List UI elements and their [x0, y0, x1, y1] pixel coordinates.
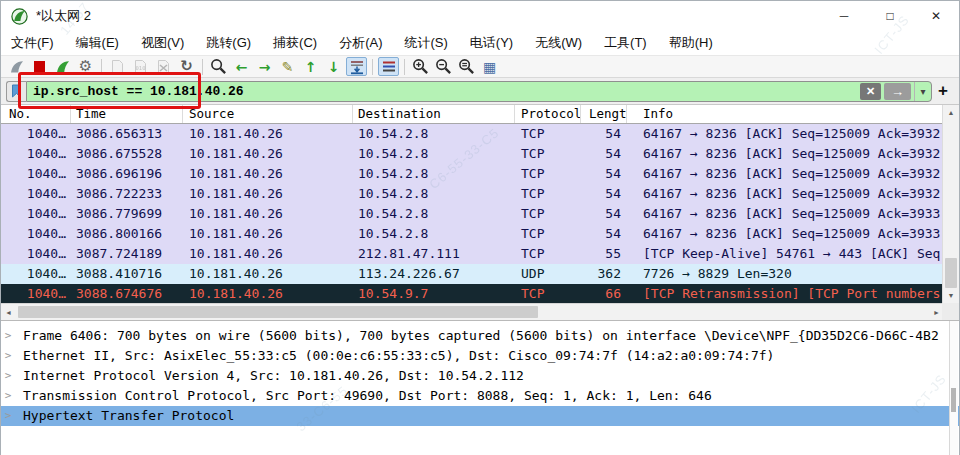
go-first-packet-button[interactable]: ↑ [300, 57, 321, 76]
column-header-length[interactable]: Length [581, 105, 627, 123]
display-filter-input[interactable]: ip.src_host == 10.181.40.26 ✕ → ▾ [26, 81, 932, 102]
menu-go[interactable]: 跳转(G) [206, 34, 251, 52]
expand-chevron-icon[interactable]: > [1, 366, 15, 386]
cell-length: 66 [581, 284, 627, 303]
cell-protocol: TCP [515, 204, 581, 224]
go-to-packet-button[interactable]: ✎ [277, 57, 298, 76]
menu-statistics[interactable]: 统计(S) [404, 34, 447, 52]
cell-info: [TCP Keep-Alive] 54761 → 443 [ACK] Seq [627, 244, 944, 264]
filter-clear-button[interactable]: ✕ [860, 83, 881, 100]
scroll-left-icon[interactable]: ◄ [1, 304, 16, 320]
detail-tree-row[interactable]: >Hypertext Transfer Protocol [1, 406, 959, 426]
go-forward-icon: → [259, 60, 271, 74]
start-capture-button[interactable] [6, 57, 27, 76]
details-scroll-thumb[interactable] [951, 388, 956, 412]
menu-wireless[interactable]: 无线(W) [535, 34, 582, 52]
scroll-up-icon[interactable]: ▲ [943, 105, 959, 120]
capture-options-button[interactable]: ⚙ [75, 57, 96, 76]
zoom-out-button[interactable] [433, 57, 454, 76]
menu-analyze[interactable]: 分析(A) [339, 34, 382, 52]
packet-row[interactable]: 1040…3086.80016610.181.40.2610.54.2.8TCP… [1, 224, 944, 244]
expand-chevron-icon[interactable]: > [1, 346, 15, 366]
expand-chevron-icon[interactable]: > [1, 406, 15, 426]
stop-capture-icon [34, 61, 45, 72]
cell-length: 54 [581, 224, 627, 244]
column-header-protocol[interactable]: Protocol [515, 105, 581, 123]
go-forward-button[interactable]: → [254, 57, 275, 76]
detail-tree-row[interactable]: >Frame 6406: 700 bytes on wire (5600 bit… [1, 326, 959, 346]
menu-view[interactable]: 视图(V) [141, 34, 184, 52]
go-first-packet-icon: ↑ [305, 60, 317, 74]
reload-file-button[interactable]: ↻ [176, 57, 197, 76]
packet-row[interactable]: 1040…3088.67467610.181.40.2610.54.9.7TCP… [1, 284, 944, 303]
menu-help[interactable]: 帮助(H) [669, 34, 713, 52]
minimize-button[interactable]: ─ [821, 1, 867, 31]
cell-no: 1040… [1, 184, 71, 204]
cell-destination: 10.54.2.8 [353, 124, 515, 144]
vscroll-thumb[interactable] [945, 258, 957, 288]
cell-no: 1040… [1, 224, 71, 244]
column-header-time[interactable]: Time [71, 105, 183, 123]
resize-columns-button[interactable]: ▦ [479, 57, 500, 76]
packet-row[interactable]: 1040…3087.72418910.181.40.26212.81.47.11… [1, 244, 944, 264]
menu-file[interactable]: 文件(F) [11, 34, 54, 52]
filter-add-button[interactable]: + [932, 81, 954, 102]
expand-chevron-icon[interactable]: > [1, 386, 15, 406]
colorize-packets-button[interactable] [378, 57, 399, 76]
cell-destination: 10.54.2.8 [353, 164, 515, 184]
column-header-info[interactable]: Info [627, 105, 944, 123]
go-back-icon: ← [236, 60, 248, 74]
packet-row[interactable]: 1040…3086.72223310.181.40.2610.54.2.8TCP… [1, 184, 944, 204]
detail-tree-row[interactable]: >Internet Protocol Version 4, Src: 10.18… [1, 366, 959, 386]
cell-source: 10.181.40.26 [183, 264, 353, 284]
column-header-no[interactable]: No. [1, 105, 71, 123]
restart-capture-button[interactable] [52, 57, 73, 76]
zoom-normal-icon [458, 58, 475, 75]
scroll-down-icon[interactable]: ▼ [943, 288, 959, 303]
filter-bookmark-button[interactable] [6, 81, 26, 102]
go-to-packet-icon: ✎ [282, 60, 294, 74]
find-packet-button[interactable] [208, 57, 229, 76]
auto-scroll-live-button[interactable] [346, 57, 367, 76]
zoom-normal-button[interactable] [456, 57, 477, 76]
cell-source: 10.181.40.26 [183, 284, 353, 303]
menu-telephony[interactable]: 电话(Y) [470, 34, 513, 52]
column-header-destination[interactable]: Destination [353, 105, 515, 123]
cell-time: 3087.724189 [71, 244, 183, 264]
cell-time: 3086.800166 [71, 224, 183, 244]
go-last-packet-button[interactable]: ↓ [323, 57, 344, 76]
packet-row[interactable]: 1040…3086.67552810.181.40.2610.54.2.8TCP… [1, 144, 944, 164]
hscroll-thumb[interactable] [18, 306, 538, 318]
detail-tree-row[interactable]: >Ethernet II, Src: AsixElec_55:33:c5 (00… [1, 346, 959, 366]
packet-row[interactable]: 1040…3086.69619610.181.40.2610.54.2.8TCP… [1, 164, 944, 184]
menu-capture[interactable]: 捕获(C) [273, 34, 317, 52]
go-back-button[interactable]: ← [231, 57, 252, 76]
save-file-icon: 010 [133, 59, 148, 75]
packet-row[interactable]: 1040…3086.77969910.181.40.2610.54.2.8TCP… [1, 204, 944, 224]
detail-tree-row[interactable]: >Transmission Control Protocol, Src Port… [1, 386, 959, 406]
packet-list-vscrollbar[interactable]: ▲ ▼ [942, 105, 959, 303]
window-controls: ─ □ ✕ [821, 1, 959, 31]
details-vscrollbar[interactable] [949, 321, 958, 455]
filter-apply-button[interactable]: → [884, 83, 911, 100]
maximize-button[interactable]: □ [867, 1, 913, 31]
stop-capture-button[interactable] [29, 57, 50, 76]
column-header-source[interactable]: Source [183, 105, 353, 123]
menu-edit[interactable]: 编辑(E) [76, 34, 119, 52]
zoom-in-button[interactable] [410, 57, 431, 76]
capture-options-icon: ⚙ [79, 59, 92, 74]
display-filter-value[interactable]: ip.src_host == 10.181.40.26 [27, 84, 860, 99]
filter-dropdown-button[interactable]: ▾ [914, 82, 931, 101]
packet-list-hscrollbar[interactable]: ◄ ► [1, 303, 944, 320]
cell-length: 54 [581, 144, 627, 164]
packet-row[interactable]: 1040…3088.41071610.181.40.26113.24.226.6… [1, 264, 944, 284]
menu-tools[interactable]: 工具(T) [604, 34, 647, 52]
cell-destination: 10.54.2.8 [353, 224, 515, 244]
packet-row[interactable]: 1040…3086.65631310.181.40.2610.54.2.8TCP… [1, 124, 944, 144]
cell-destination: 212.81.47.111 [353, 244, 515, 264]
cell-destination: 10.54.2.8 [353, 144, 515, 164]
main-toolbar: ⚙ 010 ↻ ←→✎↑↓ ▦ [1, 55, 959, 78]
close-button[interactable]: ✕ [913, 1, 959, 31]
expand-chevron-icon[interactable]: > [1, 326, 15, 346]
open-file-button [107, 57, 128, 76]
